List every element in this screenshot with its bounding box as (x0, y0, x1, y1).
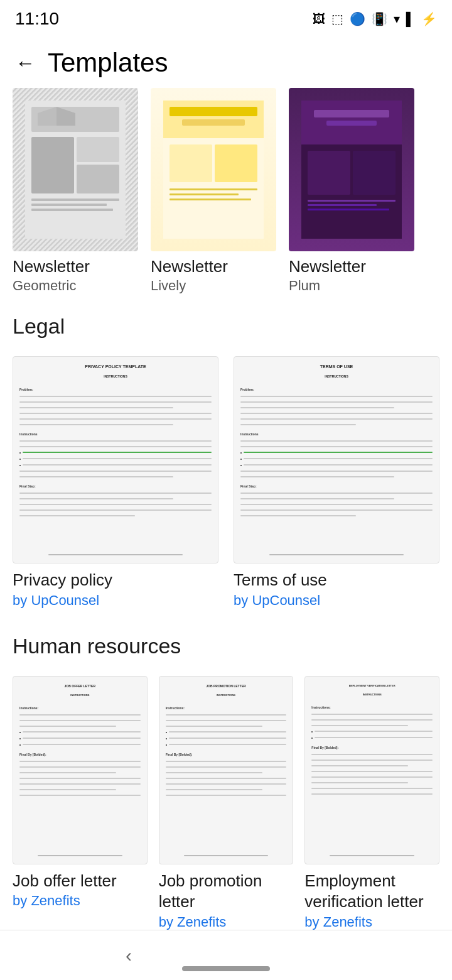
list-item[interactable]: Newsletter Lively (151, 88, 289, 294)
svg-rect-2 (31, 137, 74, 193)
image-icon: 🖼 (313, 12, 325, 26)
newsletter-sub-plum: Plum (289, 278, 414, 294)
svg-rect-3 (77, 137, 119, 162)
legal-section-heading: Legal (13, 314, 439, 339)
svg-rect-18 (170, 199, 251, 200)
svg-rect-5 (31, 199, 119, 201)
template-card-employment-verification[interactable]: EMPLOYMENT VERIFICATION LETTER INSTRUCTI… (304, 676, 439, 931)
header: ← Templates (0, 38, 452, 88)
job-promotion-author: Zenefits (177, 914, 226, 930)
svg-rect-6 (31, 204, 107, 206)
svg-rect-16 (170, 188, 257, 190)
newsletter-name-plum: Newsletter (289, 256, 414, 278)
svg-rect-12 (170, 107, 257, 116)
vibrate-icon: 📳 (372, 11, 387, 26)
back-nav-button[interactable]: ‹ (126, 945, 132, 966)
legal-template-grid: PRIVACY POLICY TEMPLATE INSTRUCTIONS Pro… (13, 356, 439, 609)
hr-section-heading: Human resources (13, 634, 439, 658)
status-time: 11:10 (15, 9, 59, 29)
svg-rect-13 (182, 119, 245, 126)
terms-of-use-thumb: TERMS OF USE INSTRUCTIONS Problem: Instr… (234, 356, 439, 564)
svg-rect-7 (31, 209, 113, 211)
template-card-job-promotion[interactable]: JOB PROMOTION LETTER INSTRUCTIONS Instru… (159, 676, 294, 931)
svg-rect-27 (308, 209, 389, 210)
svg-rect-23 (308, 151, 350, 195)
status-bar: 11:10 🖼 ⬚ 🔵 📳 ▾ ▌ ⚡ (0, 0, 452, 38)
employment-verification-author: Zenefits (323, 914, 372, 930)
doc-subtitle-privacy: INSTRUCTIONS (19, 374, 212, 378)
terms-of-use-author: UpCounsel (252, 592, 320, 608)
svg-rect-17 (170, 193, 239, 195)
bluetooth-icon: 🔵 (350, 11, 365, 26)
employment-verification-thumb: EMPLOYMENT VERIFICATION LETTER INSTRUCTI… (304, 676, 439, 864)
privacy-policy-name: Privacy policy (13, 570, 218, 591)
template-card-job-offer[interactable]: JOB OFFER LETTER INSTRUCTIONS Instructio… (13, 676, 148, 931)
svg-rect-26 (308, 204, 377, 206)
job-offer-thumb: JOB OFFER LETTER INSTRUCTIONS Instructio… (13, 676, 148, 864)
svg-rect-14 (170, 144, 212, 182)
home-indicator[interactable] (182, 966, 270, 971)
doc-title-terms: TERMS OF USE (240, 364, 433, 369)
hr-template-grid: JOB OFFER LETTER INSTRUCTIONS Instructio… (13, 676, 439, 931)
svg-rect-24 (353, 151, 396, 195)
job-offer-by: by Zenefits (13, 893, 148, 909)
signal-icon: ▌ (406, 12, 415, 26)
content-area: Newsletter Geometric Newsletter Live (0, 88, 452, 980)
bottom-nav-bar: ‹ (0, 930, 452, 980)
back-button[interactable]: ← (15, 53, 35, 73)
status-icons: 🖼 ⬚ 🔵 📳 ▾ ▌ ⚡ (313, 11, 437, 26)
job-promotion-name: Job promotion letter (159, 871, 294, 913)
newsletter-name-lively: Newsletter (151, 256, 276, 278)
list-item[interactable]: Newsletter Geometric (13, 88, 151, 294)
svg-rect-25 (308, 200, 396, 202)
newsletter-thumb-lively (151, 88, 276, 251)
battery-icon: ⚡ (421, 11, 437, 26)
newsletter-thumb-geo (13, 88, 138, 251)
newsletter-sub-geo: Geometric (13, 278, 138, 294)
page-title: Templates (48, 48, 168, 78)
list-item[interactable]: Newsletter Plum (289, 88, 427, 294)
svg-rect-22 (326, 121, 377, 126)
doc-subtitle-terms: INSTRUCTIONS (240, 374, 433, 378)
job-offer-name: Job offer letter (13, 871, 148, 892)
newsletter-thumb-plum (289, 88, 414, 251)
template-card-privacy[interactable]: PRIVACY POLICY TEMPLATE INSTRUCTIONS Pro… (13, 356, 218, 609)
newsletter-name-geo: Newsletter (13, 256, 138, 278)
employment-verification-by: by Zenefits (304, 914, 439, 930)
privacy-policy-by: by UpCounsel (13, 592, 218, 609)
terms-of-use-by: by UpCounsel (234, 592, 439, 609)
screenshot-icon: ⬚ (331, 11, 343, 26)
employment-verification-name: Employment verification letter (304, 871, 439, 913)
newsletter-sub-lively: Lively (151, 278, 276, 294)
job-promotion-by: by Zenefits (159, 914, 294, 930)
svg-rect-21 (314, 110, 389, 117)
privacy-policy-thumb: PRIVACY POLICY TEMPLATE INSTRUCTIONS Pro… (13, 356, 218, 564)
template-card-terms[interactable]: TERMS OF USE INSTRUCTIONS Problem: Instr… (234, 356, 439, 609)
newsletter-row: Newsletter Geometric Newsletter Live (13, 88, 439, 294)
wifi-icon: ▾ (394, 11, 400, 26)
job-promotion-thumb: JOB PROMOTION LETTER INSTRUCTIONS Instru… (159, 676, 294, 864)
privacy-policy-author: UpCounsel (31, 592, 99, 608)
terms-of-use-name: Terms of use (234, 570, 439, 591)
doc-title-privacy: PRIVACY POLICY TEMPLATE (19, 364, 212, 369)
svg-rect-4 (77, 165, 119, 193)
svg-rect-15 (215, 144, 257, 182)
job-offer-author: Zenefits (31, 893, 80, 908)
